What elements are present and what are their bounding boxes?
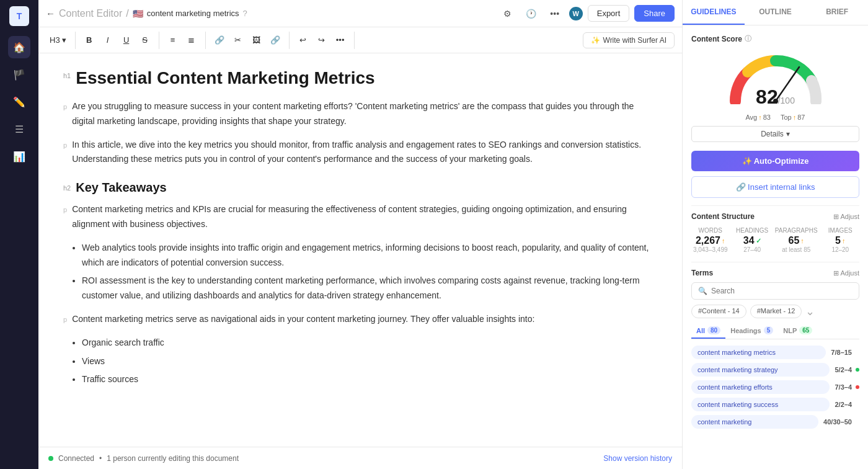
divider-1 (691, 205, 859, 206)
more-button[interactable]: ••• (546, 4, 564, 23)
tab-brief[interactable]: BRIEF (806, 0, 868, 25)
bottombar-separator: • (99, 454, 102, 463)
term-range-4: 40/30–50 (823, 418, 852, 426)
terms-search-input[interactable] (711, 287, 852, 295)
top-arrow: ↑ (793, 114, 797, 121)
document-p1: p Are you struggling to measure success … (63, 99, 657, 129)
auto-optimize-button[interactable]: ✨ Auto-Optimize (691, 151, 859, 171)
show-version-button[interactable]: Show version history (603, 454, 672, 463)
italic-button[interactable]: I (99, 32, 117, 49)
sidebar-flag[interactable]: 🏴 (8, 63, 30, 86)
term-pill-0[interactable]: content marketing metrics (691, 346, 826, 359)
stat-value-2: 65↑ (775, 235, 818, 246)
term-pill-3[interactable]: content marketing success (691, 398, 830, 411)
sidebar-edit[interactable]: ✏️ (8, 91, 30, 113)
stats-grid: WORDS 2,267↑ 3,043–3,499 HEADINGS 34✓ 27… (691, 227, 859, 253)
terms-header: Terms ⊞ Adjust (691, 269, 859, 277)
bullet-list-1: Web analytics tools provide insights int… (82, 241, 657, 303)
document-h1-text: Essential Content Marketing Metrics (76, 68, 374, 88)
left-sidebar: T 🏠 🏴 ✏️ ☰ 📊 (0, 0, 38, 469)
stat-sub-3: 12–20 (822, 246, 859, 253)
bold-button[interactable]: B (81, 32, 98, 49)
expand-tags-button[interactable]: ⌄ (805, 305, 815, 318)
breadcrumb-file: content marketing metrics (147, 9, 239, 18)
stat-label-2: PARAGRAPHS (775, 227, 818, 234)
term-tab-nlp[interactable]: NLP 65 (778, 323, 817, 339)
top-label: Top ↑ 87 (781, 114, 805, 121)
insert-links-button[interactable]: 🔗 Insert internal links (691, 176, 859, 198)
history-button[interactable]: 🕐 (522, 4, 541, 23)
score-gauge: 82/100 (691, 48, 859, 109)
breadcrumb-separator: / (126, 8, 128, 19)
terms-adjust-button[interactable]: ⊞ Adjust (833, 269, 859, 277)
term-row-2: content marketing efforts 7/3–4 (691, 380, 859, 394)
bottombar: Connected • 1 person currently editing t… (38, 447, 682, 469)
redo-button[interactable]: ↪ (313, 32, 330, 49)
stat-label-1: HEADINGS (733, 227, 771, 234)
p3-tag: p (63, 204, 67, 232)
undo-button[interactable]: ↩ (294, 32, 312, 49)
term-list: content marketing metrics 7/8–15 content… (691, 346, 859, 429)
term-tab-all[interactable]: All 80 (691, 323, 725, 339)
hyperlink-button[interactable]: 🔗 (267, 32, 284, 49)
more-toolbar-button[interactable]: ••• (332, 32, 349, 49)
ai-write-button[interactable]: ✨ Write with Surfer AI (583, 32, 675, 48)
bullet-list-2: Organic search traffic Views Traffic sou… (82, 336, 657, 387)
toolbar-format-group: B I U S (81, 32, 159, 49)
scissors-button[interactable]: ✂ (229, 32, 247, 49)
term-row-1: content marketing strategy 5/2–4 (691, 363, 859, 377)
document-p4: p Content marketing metrics serve as nav… (63, 312, 657, 327)
connected-indicator (48, 456, 53, 461)
document-h2: h2 Key Takeaways (63, 181, 657, 195)
sidebar-list[interactable]: ☰ (8, 118, 30, 140)
topbar-actions: ⚙ 🕐 ••• W Export Share (498, 4, 675, 23)
align-button[interactable]: ≡ (164, 32, 182, 49)
stat-value-0: 2,267↑ (691, 235, 729, 246)
export-button[interactable]: Export (588, 5, 630, 22)
image-button[interactable]: 🖼 (248, 32, 265, 49)
terms-adjust-icon: ⊞ (833, 269, 839, 277)
p1-tag: p (63, 101, 67, 129)
document-p3: p Content marketing metrics and KPIs are… (63, 202, 657, 232)
sidebar-home[interactable]: 🏠 (8, 36, 30, 58)
tag-chip-content[interactable]: #Content - 14 (691, 305, 746, 318)
details-button[interactable]: Details ▾ (691, 126, 859, 142)
tag-chip-market[interactable]: #Market - 12 (750, 305, 802, 318)
subbullet-3: Traffic sources (82, 372, 657, 387)
stat-label-3: IMAGES (822, 227, 859, 234)
ai-star-icon: ✨ (591, 36, 600, 45)
breadcrumb-help-icon[interactable]: ? (243, 9, 247, 18)
subbullet-2: Views (82, 354, 657, 369)
h1-tag-label: h1 (63, 68, 71, 79)
topbar: ← Content Editor / 🇺🇸 content marketing … (38, 0, 682, 27)
structure-adjust-button[interactable]: ⊞ Adjust (833, 213, 859, 221)
score-help-icon[interactable]: ⓘ (745, 34, 751, 43)
terms-search-box[interactable]: 🔍 (691, 282, 859, 300)
stat-sub-0: 3,043–3,499 (691, 246, 729, 253)
link-button[interactable]: 🔗 (211, 32, 228, 49)
breadcrumb-back-button[interactable]: ← (46, 8, 55, 19)
settings-button[interactable]: ⚙ (498, 4, 517, 23)
subbullet-1: Organic search traffic (82, 336, 657, 351)
structure-title: Content Structure (691, 212, 755, 221)
share-button[interactable]: Share (634, 5, 675, 22)
sidebar-chart[interactable]: 📊 (8, 145, 30, 168)
breadcrumb-flag: 🇺🇸 (133, 9, 143, 19)
wordpress-icon[interactable]: W (569, 7, 583, 20)
strikethrough-button[interactable]: S (136, 32, 154, 49)
term-pill-1[interactable]: content marketing strategy (691, 363, 830, 377)
term-tab-headings[interactable]: Headings 5 (725, 323, 778, 339)
document-p2-text: In this article, we dive into the key me… (72, 138, 657, 168)
term-pill-2[interactable]: content marketing efforts (691, 380, 830, 394)
term-pill-4[interactable]: content marketing (691, 415, 818, 429)
tab-guidelines[interactable]: GUIDELINES (683, 0, 745, 25)
list-button[interactable]: ≣ (183, 32, 200, 49)
heading-dropdown[interactable]: H3 ▾ (46, 32, 70, 49)
score-value: 82 (756, 86, 778, 108)
tab-outline[interactable]: OUTLINE (745, 0, 807, 25)
breadcrumb-nav: ← Content Editor / 🇺🇸 content marketing … (46, 8, 494, 19)
bullet-item-2: ROI assessment is the key to understandi… (82, 274, 657, 303)
underline-button[interactable]: U (118, 32, 135, 49)
h2-tag-label: h2 (63, 184, 71, 192)
right-panel: GUIDELINES OUTLINE BRIEF Content Score ⓘ (682, 0, 868, 469)
